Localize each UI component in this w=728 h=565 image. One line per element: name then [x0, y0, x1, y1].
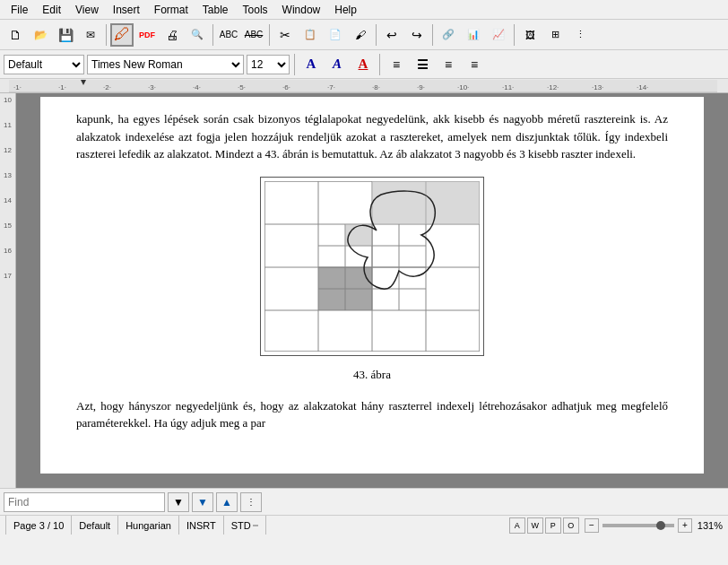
figure-caption: 43. ábra [247, 366, 498, 384]
separator6 [514, 24, 515, 46]
zoom-out-button[interactable]: − [585, 518, 599, 533]
italic-button[interactable]: A [325, 53, 349, 76]
menu-table[interactable]: Table [195, 2, 236, 18]
svg-text:·8·: ·8· [372, 83, 380, 91]
paste-button[interactable]: 📄 [324, 23, 347, 47]
std-box [253, 525, 258, 526]
svg-text:·3·: ·3· [148, 83, 156, 91]
separator4 [376, 24, 377, 46]
svg-rect-35 [372, 181, 480, 224]
page: kapunk, ha egyes lépések során csak bizo… [40, 97, 704, 474]
find-prev-btn[interactable]: ▼ [192, 492, 213, 512]
align-right-button[interactable]: ≡ [437, 53, 460, 76]
menu-insert[interactable]: Insert [106, 2, 147, 18]
figure-container: 43. ábra [247, 177, 498, 384]
svg-text:·5·: ·5· [238, 83, 246, 91]
menu-help[interactable]: Help [327, 2, 364, 18]
font-size-select[interactable]: 12 [247, 55, 290, 74]
align-center-button[interactable]: ☰ [411, 53, 434, 76]
pdf-button[interactable]: PDF [135, 23, 159, 47]
redo-button[interactable]: ↪ [405, 23, 429, 47]
email-button[interactable]: ✉ [79, 23, 102, 47]
autocorrect-button[interactable]: ABC [242, 23, 265, 47]
separator-align [379, 54, 380, 75]
underline-button[interactable]: A [351, 53, 375, 76]
align-left-button[interactable]: ≡ [385, 53, 408, 76]
find-options-btn[interactable]: ⋮ [240, 492, 262, 512]
chart-button[interactable]: 📈 [487, 23, 510, 47]
bold-button[interactable]: A [299, 53, 323, 76]
ruler-mark-16: 16 [0, 246, 15, 271]
view-icons: A W P O [509, 517, 579, 534]
ruler-mark-12: 12 [0, 145, 15, 170]
ruler-mark-14: 14 [0, 196, 15, 221]
table-button[interactable]: 📊 [462, 23, 485, 47]
spellcheck-button[interactable]: ABC [217, 23, 240, 47]
paragraph-style-select[interactable]: Default [4, 55, 84, 74]
preview-button[interactable]: 🔍 [186, 23, 209, 47]
svg-rect-36 [318, 267, 372, 310]
find-dropdown-btn[interactable]: ▼ [168, 492, 189, 512]
zoom-level: 131% [698, 520, 723, 531]
ruler-mark-11: 11 [0, 120, 15, 145]
svg-text:·10·: ·10· [457, 83, 469, 91]
ruler-mark-10: 10 [0, 95, 15, 120]
toolbar1: 🗋 📂 💾 ✉ 🖊 PDF 🖨 🔍 ABC ABC ✂ 📋 📄 🖌 ↩ ↪ 🔗 … [0, 20, 728, 50]
separator2 [212, 24, 213, 46]
horizontal-ruler: ·1· ·1· ·2· ·3· ·4· ·5· ·6· ·7· ·8· ·9· … [0, 79, 728, 93]
svg-rect-0 [9, 80, 717, 92]
svg-text:·6·: ·6· [282, 83, 290, 91]
menu-bar: File Edit View Insert Format Table Tools… [0, 0, 728, 20]
open-button[interactable]: 📂 [29, 23, 52, 47]
more-button[interactable]: ⋮ [568, 23, 592, 47]
separator1 [106, 24, 107, 46]
new-button[interactable]: 🗋 [4, 23, 27, 47]
zoom-in-button[interactable]: + [678, 518, 692, 533]
find-next-btn[interactable]: ▲ [216, 492, 238, 512]
menu-file[interactable]: File [4, 2, 35, 18]
paragraph1: kapunk, ha egyes lépések során csak bizo… [76, 110, 668, 163]
menu-edit[interactable]: Edit [35, 2, 68, 18]
undo-button[interactable]: ↩ [380, 23, 403, 47]
figure-box [260, 177, 484, 356]
hyperlink-button[interactable]: 🔗 [437, 23, 460, 47]
svg-text:·7·: ·7· [327, 83, 335, 91]
ruler-svg: ·1· ·1· ·2· ·3· ·4· ·5· ·6· ·7· ·8· ·9· … [9, 80, 717, 92]
separator3 [269, 24, 270, 46]
view-print-icon[interactable]: P [545, 517, 561, 534]
std-mode: STD [224, 516, 266, 535]
ruler-mark-13: 13 [0, 170, 15, 196]
copy-button[interactable]: 📋 [299, 23, 322, 47]
zoom-slider[interactable] [602, 524, 674, 527]
justify-button[interactable]: ≡ [463, 53, 486, 76]
edit-button[interactable]: 🖊 [110, 23, 134, 47]
menu-tools[interactable]: Tools [236, 2, 275, 18]
view-web-icon[interactable]: W [527, 517, 543, 534]
menu-format[interactable]: Format [147, 2, 195, 18]
paragraph2: Azt, hogy hányszor negyedeljünk és, hogy… [76, 397, 668, 432]
screenshot-button[interactable]: 🖼 [518, 23, 542, 47]
menu-view[interactable]: View [68, 2, 106, 18]
view-normal-icon[interactable]: A [509, 517, 525, 534]
print-button[interactable]: 🖨 [160, 23, 184, 47]
save-button[interactable]: 💾 [54, 23, 77, 47]
format-paintbrush[interactable]: 🖌 [349, 23, 372, 47]
figure-svg [264, 181, 480, 352]
find-bar: ▼ ▼ ▲ ⋮ [0, 488, 728, 515]
zoom-controls: − + 131% [585, 518, 723, 533]
vertical-ruler: 10 11 12 13 14 15 16 17 [0, 93, 16, 488]
find-input[interactable] [4, 492, 165, 512]
svg-text:·11·: ·11· [502, 83, 514, 91]
zoom-thumb [656, 521, 665, 530]
menu-window[interactable]: Window [275, 2, 328, 18]
doc-area: 10 11 12 13 14 15 16 17 kapunk, ha egyes… [0, 93, 728, 488]
separator5 [432, 24, 433, 46]
view-outline-icon[interactable]: O [563, 517, 579, 534]
svg-text:·1·: ·1· [13, 83, 22, 91]
toolbar2: Default Times New Roman 12 A A A ≡ ☰ ≡ ≡ [0, 50, 728, 79]
doc-content[interactable]: kapunk, ha egyes lépések során csak bizo… [16, 93, 728, 488]
font-family-select[interactable]: Times New Roman [87, 55, 244, 74]
grid-button[interactable]: ⊞ [543, 23, 567, 47]
insert-mode: INSRT [179, 516, 224, 535]
cut-button[interactable]: ✂ [273, 23, 297, 47]
